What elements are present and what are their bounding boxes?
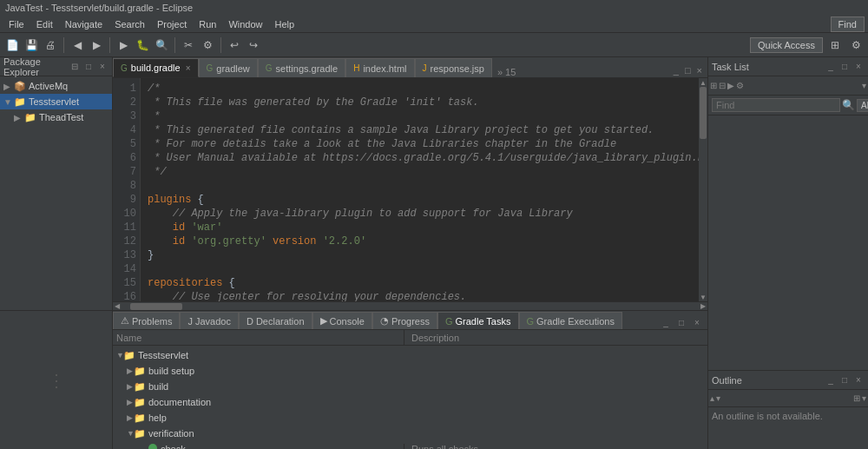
- panel-resize-handle[interactable]: ⋮: [48, 370, 65, 391]
- tab-label: Javadoc: [195, 316, 231, 327]
- gradle-row-help[interactable]: ▶ 📁 help: [113, 410, 707, 426]
- row-desc: Runs all checks.: [404, 444, 707, 449]
- quick-access-button[interactable]: Find: [831, 17, 865, 32]
- minimize-icon[interactable]: _: [825, 61, 837, 73]
- close-icon[interactable]: ×: [96, 61, 108, 73]
- tab-overflow[interactable]: » 15: [492, 67, 521, 77]
- toolbar-new[interactable]: 📄: [3, 36, 21, 54]
- col-name: Name: [113, 330, 404, 345]
- tab-icon: G: [445, 316, 453, 327]
- maximize-icon[interactable]: □: [838, 61, 851, 73]
- tab-declaration[interactable]: D Declaration: [239, 312, 312, 329]
- outline-toolbar-btn4[interactable]: ▾: [862, 393, 866, 403]
- editor-tabs: G build.gradle × G gradlew G settings.gr…: [113, 57, 707, 78]
- tab-javadoc[interactable]: J Javadoc: [180, 312, 238, 329]
- task-toolbar-btn2[interactable]: ⊟: [719, 81, 726, 90]
- editor-hscroll[interactable]: ◀ ▶: [113, 301, 707, 310]
- vertical-scrollbar[interactable]: ▲ ▼: [699, 78, 707, 301]
- gradle-row-tesstservlet[interactable]: ▼ 📁 Tesstservlet: [113, 347, 707, 363]
- toolbar-print[interactable]: 🖨: [42, 36, 59, 54]
- tree-label: TheadTest: [39, 112, 83, 122]
- toolbar-redo[interactable]: ↪: [245, 36, 262, 54]
- editor-close[interactable]: ×: [695, 63, 704, 77]
- task-toolbar-btn1[interactable]: ⊞: [710, 81, 717, 90]
- tree-item-activemq[interactable]: ▶ 📦 ActiveMq: [0, 78, 112, 94]
- toolbar-search[interactable]: 🔍: [153, 36, 170, 54]
- all-filter-btn[interactable]: All: [857, 99, 868, 112]
- toolbar-debug[interactable]: 🐛: [134, 36, 151, 54]
- task-toolbar-btn3[interactable]: ▶: [727, 81, 734, 90]
- gradle-row-documentation[interactable]: ▶ 📁 documentation: [113, 394, 707, 410]
- menu-window[interactable]: Window: [223, 17, 267, 31]
- tab-build-gradle[interactable]: G build.gradle ×: [113, 58, 199, 77]
- tab-problems[interactable]: ⚠ Problems: [113, 312, 180, 329]
- gradle-row-verification[interactable]: ▼ 📁 verification: [113, 426, 707, 441]
- tab-index-html[interactable]: H index.html: [345, 58, 414, 77]
- outline-minimize[interactable]: _: [825, 374, 837, 386]
- task-search-input[interactable]: [712, 98, 840, 112]
- outline-close[interactable]: ×: [852, 374, 865, 386]
- scroll-down[interactable]: ▼: [699, 293, 707, 301]
- search-icon[interactable]: 🔍: [842, 97, 855, 113]
- minimize-icon[interactable]: ⊟: [69, 61, 81, 73]
- toolbar-forward[interactable]: ▶: [88, 36, 105, 54]
- toolbar-back[interactable]: ◀: [69, 36, 86, 54]
- menu-edit[interactable]: Edit: [31, 17, 58, 31]
- tab-gradle-executions[interactable]: G Gradle Executions: [519, 312, 622, 329]
- menu-navigate[interactable]: Navigate: [60, 17, 108, 31]
- toolbar-refactor[interactable]: ✂: [180, 36, 197, 54]
- bottom-maximize[interactable]: □: [674, 315, 688, 329]
- tab-gradle-tasks[interactable]: G Gradle Tasks: [437, 312, 519, 329]
- task-toolbar-btn4[interactable]: ⚙: [736, 81, 744, 90]
- toolbar-sep-2: [109, 37, 110, 53]
- editor-maximize[interactable]: □: [683, 63, 693, 77]
- toolbar-perspective2[interactable]: ⚙: [847, 36, 865, 54]
- quick-access-input[interactable]: Quick Access: [750, 37, 823, 53]
- tab-close-icon[interactable]: ×: [186, 63, 191, 73]
- outline-toolbar-btn2[interactable]: ▾: [716, 393, 720, 403]
- menu-help[interactable]: Help: [270, 17, 300, 31]
- hscroll-thumb[interactable]: [130, 303, 182, 310]
- gradle-row-build-setup[interactable]: ▶ 📁 build setup: [113, 363, 707, 379]
- bottom-panel: ⚠ Problems J Javadoc D Declaration ▶ Con…: [113, 310, 707, 449]
- outline-maximize[interactable]: □: [838, 374, 851, 386]
- gradle-row-check[interactable]: check Runs all checks.: [113, 441, 707, 449]
- hscroll-left[interactable]: ◀: [113, 303, 122, 310]
- tab-console[interactable]: ▶ Console: [312, 312, 372, 329]
- menu-file[interactable]: File: [3, 17, 30, 31]
- toolbar-build[interactable]: ⚙: [199, 36, 216, 54]
- menu-search[interactable]: Search: [109, 17, 150, 31]
- tree-item-tesstservlet[interactable]: ▼ 📁 Tesstservlet: [0, 94, 112, 109]
- tab-label: settings.gradle: [276, 63, 339, 74]
- gradle-row-build[interactable]: ▶ 📁 build: [113, 379, 707, 394]
- tab-icon: G: [527, 316, 535, 327]
- toolbar-save[interactable]: 💾: [23, 36, 40, 54]
- toolbar-undo[interactable]: ↩: [226, 36, 243, 54]
- expand-icon: ▶: [127, 366, 134, 375]
- outline-toolbar-btn1[interactable]: ▴: [710, 393, 714, 403]
- menu-project[interactable]: Project: [152, 17, 192, 31]
- tab-icon: ⚠: [121, 315, 129, 327]
- task-toolbar-btn5[interactable]: ▾: [862, 81, 866, 90]
- tab-progress[interactable]: ◔ Progress: [372, 312, 437, 329]
- editor-minimize[interactable]: _: [672, 63, 681, 77]
- bottom-close[interactable]: ×: [690, 315, 704, 329]
- bottom-minimize[interactable]: _: [659, 315, 673, 329]
- toolbar-run[interactable]: ▶: [115, 36, 132, 54]
- close-icon[interactable]: ×: [852, 61, 865, 73]
- task-list-header-icons: _ □ ×: [825, 61, 865, 73]
- tab-response-jsp[interactable]: J response.jsp: [415, 58, 492, 77]
- tab-gradlew[interactable]: G gradlew: [199, 58, 258, 77]
- tab-settings-gradle[interactable]: G settings.gradle: [258, 58, 345, 77]
- menu-run[interactable]: Run: [194, 17, 221, 31]
- code-editor[interactable]: /* * This file was generated by the Grad…: [141, 78, 699, 301]
- maximize-icon[interactable]: □: [82, 61, 95, 73]
- bottom-tabs: ⚠ Problems J Javadoc D Declaration ▶ Con…: [113, 311, 707, 330]
- toolbar-perspectives[interactable]: ⊞: [826, 36, 844, 54]
- scrollbar-thumb[interactable]: [700, 87, 707, 139]
- hscroll-right[interactable]: ▶: [699, 303, 707, 310]
- outline-toolbar-btn3[interactable]: ⊞: [853, 393, 860, 403]
- tree-item-theadtest[interactable]: ▶ 📁 TheadTest: [0, 109, 112, 125]
- scroll-up[interactable]: ▲: [699, 78, 707, 87]
- bottom-tab-controls: _ □ ×: [659, 315, 707, 329]
